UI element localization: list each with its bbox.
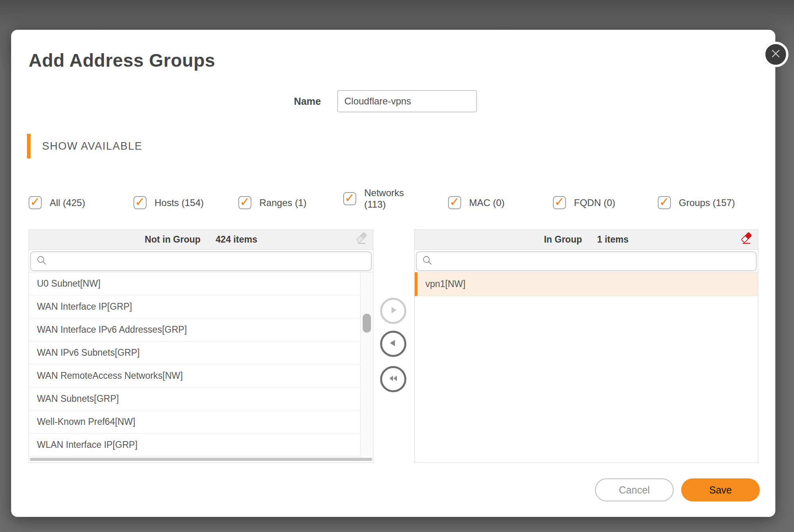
- checkbox-networks[interactable]: [343, 192, 356, 205]
- filter-label: All (425): [50, 197, 85, 208]
- not-in-group-searchbar: [30, 251, 372, 271]
- list-item-selected[interactable]: vpn1[NW]: [415, 272, 758, 296]
- filter-ranges: Ranges (1): [238, 196, 343, 209]
- name-label: Name: [249, 96, 321, 107]
- in-group-searchbar: [416, 251, 757, 271]
- panel-title: In Group: [544, 234, 582, 245]
- dialog-title: Add Address Groups: [29, 50, 215, 71]
- filter-label: Groups (157): [679, 197, 735, 208]
- name-input[interactable]: [337, 90, 477, 112]
- in-group-panel: In Group 1 items: [414, 229, 758, 463]
- list-item[interactable]: WAN Interface IPv6 Addresses[GRP]: [29, 318, 360, 341]
- remove-from-group-button[interactable]: [380, 331, 406, 357]
- scrollbar-thumb[interactable]: [363, 314, 371, 333]
- list-item[interactable]: WAN Subnets[GRP]: [29, 387, 360, 411]
- list-item[interactable]: U0 Subnet[NW]: [29, 272, 360, 295]
- checkbox-fqdn[interactable]: [553, 196, 566, 209]
- eraser-icon: [739, 231, 753, 248]
- in-group-list: vpn1[NW]: [415, 272, 758, 462]
- arrow-right-icon: [388, 305, 398, 317]
- panel-count: 424 items: [216, 234, 257, 245]
- checkbox-all[interactable]: [29, 196, 42, 209]
- clear-selection-button[interactable]: [354, 232, 369, 247]
- filter-label: Ranges (1): [259, 197, 307, 208]
- double-arrow-left-icon: [388, 373, 399, 386]
- filter-fqdn: FQDN (0): [553, 196, 658, 209]
- list-item[interactable]: WAN RemoteAccess Networks[NW]: [29, 364, 360, 387]
- checkbox-hosts[interactable]: [133, 196, 147, 209]
- filter-hosts: Hosts (154): [133, 196, 238, 209]
- add-address-groups-dialog: Add Address Groups Name SHOW AVAILABLE A…: [11, 30, 775, 517]
- remove-all-from-group-button[interactable]: [380, 366, 406, 392]
- search-icon: [36, 254, 48, 268]
- cancel-button[interactable]: Cancel: [595, 478, 674, 501]
- filter-all: All (425): [29, 196, 133, 209]
- arrow-left-icon: [388, 338, 398, 350]
- filter-groups: Groups (157): [658, 196, 763, 209]
- close-icon: [770, 48, 782, 61]
- not-in-group-header: Not in Group 424 items: [29, 230, 373, 250]
- horizontal-scrollbar[interactable]: [30, 458, 372, 461]
- show-available-heading: SHOW AVAILABLE: [42, 140, 143, 152]
- checkbox-mac[interactable]: [448, 196, 461, 209]
- search-icon: [421, 254, 433, 268]
- search-input[interactable]: [48, 252, 371, 270]
- filter-label: FQDN (0): [574, 197, 615, 208]
- filter-label: MAC (0): [469, 197, 504, 208]
- panel-title: Not in Group: [145, 234, 201, 245]
- panel-count: 1 items: [597, 234, 628, 245]
- search-input[interactable]: [433, 252, 756, 270]
- filter-label: Hosts (154): [155, 197, 204, 208]
- filter-mac: MAC (0): [448, 196, 553, 209]
- list-item[interactable]: WAN IPv6 Subnets[GRP]: [29, 341, 360, 364]
- not-in-group-panel: Not in Group 424 items: [29, 229, 373, 463]
- eraser-icon: [354, 231, 369, 248]
- checkbox-groups[interactable]: [658, 196, 671, 209]
- vertical-scrollbar[interactable]: [360, 272, 373, 457]
- in-group-header: In Group 1 items: [415, 230, 758, 250]
- section-accent-bar: [27, 134, 31, 158]
- type-filter-row: All (425) Hosts (154) Ranges (1) Network…: [29, 181, 771, 224]
- checkbox-ranges[interactable]: [238, 196, 251, 209]
- list-item[interactable]: Well-Known Pref64[NW]: [29, 411, 360, 434]
- list-item[interactable]: WAN Interface IP[GRP]: [29, 295, 360, 318]
- close-button[interactable]: [763, 42, 788, 67]
- clear-group-button[interactable]: [739, 232, 754, 247]
- filter-label: Networks (113): [364, 187, 407, 210]
- move-to-group-button[interactable]: [380, 298, 406, 324]
- not-in-group-list: U0 Subnet[NW] WAN Interface IP[GRP] WAN …: [29, 272, 373, 462]
- save-button[interactable]: Save: [681, 478, 760, 501]
- list-item[interactable]: WLAN Interface IP[GRP]: [29, 434, 360, 457]
- filter-networks: Networks (113): [343, 187, 448, 210]
